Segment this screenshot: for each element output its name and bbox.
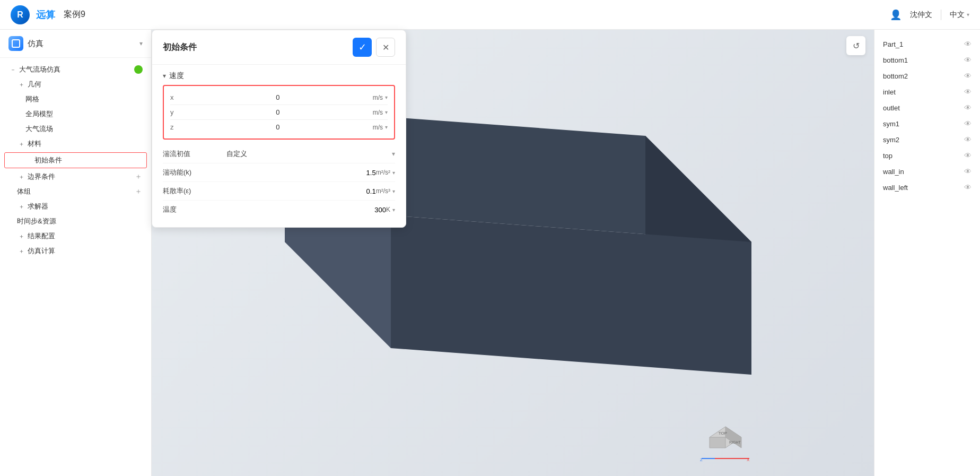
initial-conditions-panel: 初始条件 ✓ ✕ ▾ 速度 [152,30,406,228]
eye-icon[interactable]: 👁 [964,40,972,48]
x-axis-label: x [170,93,183,101]
sidebar-item-geometry[interactable]: ＋ 几何 [0,77,151,92]
lang-button[interactable]: 中文 ▾ [950,10,969,20]
right-panel-item-outlet: outlet 👁 [874,100,980,116]
eye-icon[interactable]: 👁 [964,119,972,128]
speed-y-unit: m/s ▾ [373,109,388,116]
y-axis-label: y [170,108,183,116]
turbulence-init-row: 湍流初值 自定义 ▾ [163,145,395,163]
speed-input-group: x m/s ▾ y m/s ▾ [163,85,395,140]
right-panel-label: Part_1 [883,40,903,48]
svg-text:RIGHT: RIGHT [729,440,741,444]
right-panel-label: bottom1 [883,56,908,64]
svg-text:TOP: TOP [719,431,727,436]
temperature-value: K ▾ [226,206,395,214]
expand-icon-sim-calc: ＋ [17,247,25,255]
confirm-button[interactable]: ✓ [353,38,372,57]
sidebar-item-atm-field[interactable]: 大气流场 [0,122,151,136]
sidebar-item-material[interactable]: ＋ 材料 [0,136,151,151]
eye-icon[interactable]: 👁 [964,151,972,160]
turbulence-chevron-icon: ▾ [392,150,395,158]
add-boundary-icon[interactable]: ＋ [134,172,143,181]
right-panel-item-sym1: sym1 👁 [874,116,980,132]
svg-marker-3 [391,215,751,375]
status-badge [134,65,143,74]
sidebar-item-atmosphere[interactable]: － 大气流场仿真 [0,62,151,77]
sidebar-content: － 大气流场仿真 ＋ 几何 网格 全局模型 大气流场 ＋ 材料 [0,58,151,476]
speed-section-header[interactable]: ▾ 速度 [163,71,395,81]
turbulence-init-value: 自定义 ▾ [226,149,395,159]
sidebar-item-label: 体组 [17,187,132,196]
expand-icon-geometry: ＋ [17,80,25,89]
speed-z-input[interactable] [183,123,373,131]
eye-icon[interactable]: 👁 [964,88,972,96]
sidebar-item-label: 仿真计算 [28,246,143,256]
right-panel-label: top [883,152,892,160]
lang-label: 中文 [950,10,965,20]
add-body-icon[interactable]: ＋ [134,187,143,196]
dissipation-input[interactable] [226,187,376,195]
dissipation-unit: m²/s³ ▾ [376,187,395,195]
eye-icon[interactable]: 👁 [964,167,972,176]
turbulent-ke-input[interactable] [226,169,376,177]
user-icon: 👤 [890,9,902,21]
turbulent-ke-label: 湍动能(k) [163,168,226,177]
sidebar-item-result-config[interactable]: ＋ 结果配置 [0,229,151,244]
sidebar: 仿真 ▾ － 大气流场仿真 ＋ 几何 网格 全局模型 大气流场 [0,30,152,476]
temperature-input[interactable] [226,206,386,214]
speed-x-input[interactable] [183,93,373,101]
turbulent-ke-unit: m²/s² ▾ [376,169,395,176]
speed-collapse-icon: ▾ [163,72,166,80]
sidebar-title-group: 仿真 [8,36,43,51]
eye-icon[interactable]: 👁 [964,103,972,112]
app-logo: R [11,5,30,24]
speed-y-input[interactable] [183,108,373,116]
svg-text:X: X [747,457,750,462]
sidebar-item-boundary[interactable]: ＋ 边界条件 ＋ [0,169,151,184]
expand-icon-solver: ＋ [17,202,25,211]
eye-icon[interactable]: 👁 [964,72,972,80]
right-panel-item-wall-in: wall_in 👁 [874,163,980,179]
sidebar-item-solver[interactable]: ＋ 求解器 [0,199,151,214]
sidebar-title-label: 仿真 [28,39,43,49]
header-right: 👤 沈仲文 中文 ▾ [890,9,969,21]
speed-section-label: 速度 [169,71,184,81]
sidebar-item-sim-calc[interactable]: ＋ 仿真计算 [0,244,151,258]
app-header: R 远算 案例9 👤 沈仲文 中文 ▾ [0,0,980,30]
sidebar-header: 仿真 ▾ [0,30,151,58]
eye-icon[interactable]: 👁 [964,135,972,144]
z-axis-label: z [170,123,183,131]
right-panel-label: bottom2 [883,72,908,80]
expand-icon-atmosphere: － [8,65,17,74]
eye-icon[interactable]: 👁 [964,56,972,64]
check-icon: ✓ [358,41,366,53]
temp-chevron-icon: ▾ [392,207,395,213]
eye-icon[interactable]: 👁 [964,183,972,192]
header-left: R 远算 案例9 [11,5,85,24]
temperature-unit: K ▾ [386,206,395,213]
sidebar-item-initial-conditions[interactable]: 初始条件 [4,152,147,168]
right-panel-label: inlet [883,88,896,96]
panel-header: 初始条件 ✓ ✕ [152,30,406,65]
turbulent-ke-row: 湍动能(k) m²/s² ▾ [163,163,395,182]
right-panel-label: sym2 [883,136,899,144]
project-name: 案例9 [64,9,85,20]
chevron-down-icon: ▾ [385,94,388,100]
sidebar-item-body-group[interactable]: 体组 ＋ [0,184,151,199]
axis-cube: TOP RIGHT Z X [699,411,752,464]
right-panel-item-sym2: sym2 👁 [874,132,980,148]
sidebar-collapse-icon[interactable]: ▾ [139,40,143,47]
close-button[interactable]: ✕ [376,38,395,57]
sidebar-item-label: 几何 [28,80,143,89]
sidebar-item-label: 大气流场 [25,124,143,134]
chevron-down-icon: ▾ [385,124,388,130]
right-panel-label: wall_in [883,168,904,176]
sidebar-item-timestep[interactable]: 时间步&资源 [0,214,151,229]
svg-marker-6 [710,437,725,448]
app-name: 远算 [36,8,55,21]
right-panel-item-inlet: inlet 👁 [874,84,980,100]
ke-chevron-icon: ▾ [392,170,395,176]
sidebar-item-global-model[interactable]: 全局模型 [0,107,151,122]
sidebar-item-grid[interactable]: 网格 [0,92,151,107]
right-panel: Part_1 👁 bottom1 👁 bottom2 👁 inlet 👁 out… [874,30,980,476]
